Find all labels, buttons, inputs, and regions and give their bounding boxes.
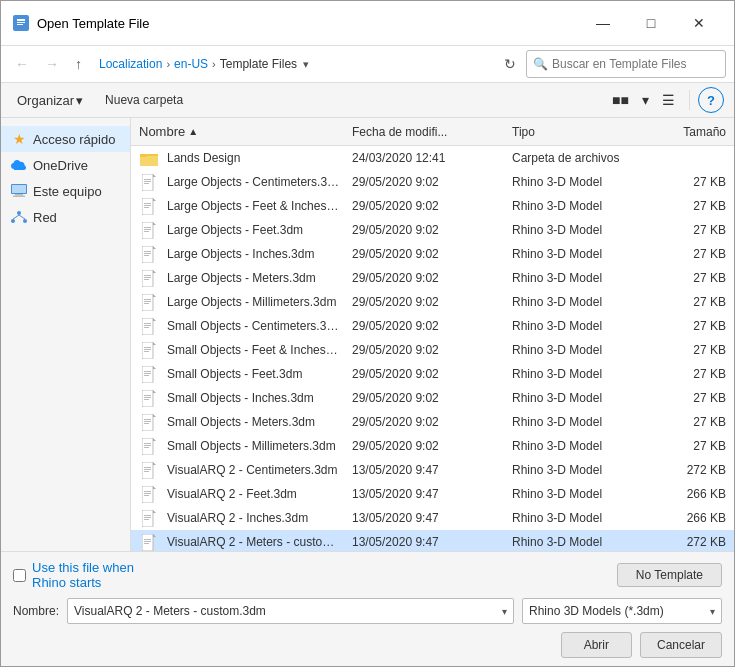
navigation-toolbar: ← → ↑ Localization › en-US › Template Fi… — [1, 46, 734, 83]
file-name: Large Objects - Feet & Inches.3dm — [163, 197, 344, 215]
view-details-button[interactable]: ☰ — [656, 89, 681, 111]
help-button[interactable]: ? — [698, 87, 724, 113]
file-type: Rhino 3-D Model — [504, 389, 654, 407]
file-icon — [139, 484, 159, 504]
svg-rect-7 — [13, 196, 25, 198]
file-name: Small Objects - Meters.3dm — [163, 413, 344, 431]
svg-rect-56 — [144, 399, 149, 400]
file-date: 29/05/2020 9:02 — [344, 173, 504, 191]
filetype-select[interactable]: Rhino 3D Models (*.3dm) ▾ — [522, 598, 722, 624]
organizar-button[interactable]: Organizar ▾ — [11, 90, 89, 111]
use-file-checkbox[interactable] — [13, 569, 26, 582]
network-icon — [11, 209, 27, 225]
search-box: 🔍 — [526, 50, 726, 78]
svg-rect-5 — [12, 185, 26, 193]
refresh-button[interactable]: ↻ — [498, 52, 522, 76]
breadcrumb-sep-1: › — [166, 58, 170, 70]
svg-rect-34 — [144, 275, 151, 276]
nombre-input[interactable]: VisualARQ 2 - Meters - custom.3dm ▾ — [67, 598, 514, 624]
cancelar-button[interactable]: Cancelar — [640, 632, 722, 658]
table-row[interactable]: VisualARQ 2 - Centimeters.3dm13/05/2020 … — [131, 458, 734, 482]
breadcrumb-en-us[interactable]: en-US — [174, 57, 208, 71]
breadcrumb-template-files[interactable]: Template Files — [220, 57, 297, 71]
column-name-header[interactable]: Nombre ▲ — [131, 122, 344, 141]
table-row[interactable]: Small Objects - Inches.3dm29/05/2020 9:0… — [131, 386, 734, 410]
breadcrumb[interactable]: Localization › en-US › Template Files ▾ — [92, 50, 494, 78]
table-row[interactable]: Large Objects - Meters.3dm29/05/2020 9:0… — [131, 266, 734, 290]
svg-rect-52 — [144, 375, 149, 376]
svg-point-9 — [11, 219, 15, 223]
file-date: 13/05/2020 9:47 — [344, 461, 504, 479]
nombre-dropdown-icon: ▾ — [502, 606, 507, 617]
abrir-button[interactable]: Abrir — [561, 632, 632, 658]
sidebar-item-onedrive[interactable]: OneDrive — [1, 152, 130, 178]
svg-rect-28 — [144, 231, 149, 232]
breadcrumb-localization[interactable]: Localization — [99, 57, 162, 71]
file-type: Rhino 3-D Model — [504, 509, 654, 527]
use-file-label-line1: Use this file when — [32, 560, 134, 575]
nueva-carpeta-button[interactable]: Nueva carpeta — [97, 90, 191, 110]
filetype-value: Rhino 3D Models (*.3dm) — [529, 604, 664, 618]
column-size-header[interactable]: Tamaño — [654, 123, 734, 141]
svg-rect-40 — [144, 303, 149, 304]
file-icon — [139, 508, 159, 528]
table-row[interactable]: Large Objects - Millimeters.3dm29/05/202… — [131, 290, 734, 314]
table-row[interactable]: Small Objects - Feet.3dm29/05/2020 9:02R… — [131, 362, 734, 386]
view-dropdown-button[interactable]: ▾ — [636, 89, 655, 111]
table-row[interactable]: Large Objects - Feet & Inches.3dm29/05/2… — [131, 194, 734, 218]
organizar-arrow-icon: ▾ — [76, 93, 83, 108]
view-grid-button[interactable]: ■■ — [606, 89, 635, 111]
star-icon: ★ — [11, 131, 27, 147]
table-row[interactable]: Small Objects - Meters.3dm29/05/2020 9:0… — [131, 410, 734, 434]
table-row[interactable]: VisualARQ 2 - Feet.3dm13/05/2020 9:47Rhi… — [131, 482, 734, 506]
back-button[interactable]: ← — [9, 52, 35, 76]
table-row[interactable]: Small Objects - Centimeters.3dm29/05/202… — [131, 314, 734, 338]
svg-rect-20 — [144, 183, 149, 184]
close-button[interactable]: ✕ — [676, 9, 722, 37]
svg-rect-61 — [142, 438, 153, 455]
table-row[interactable]: Small Objects - Millimeters.3dm29/05/202… — [131, 434, 734, 458]
svg-rect-26 — [144, 227, 151, 228]
forward-button[interactable]: → — [39, 52, 65, 76]
table-row[interactable]: VisualARQ 2 - Meters - custom.3dm13/05/2… — [131, 530, 734, 551]
table-row[interactable]: VisualARQ 2 - Inches.3dm13/05/2020 9:47R… — [131, 506, 734, 530]
svg-point-8 — [17, 211, 21, 215]
bottom-row1: Use this file when Rhino starts No Templ… — [13, 560, 722, 590]
table-row[interactable]: Large Objects - Inches.3dm29/05/2020 9:0… — [131, 242, 734, 266]
breadcrumb-dropdown-icon[interactable]: ▾ — [303, 58, 309, 71]
maximize-button[interactable]: □ — [628, 9, 674, 37]
file-name: VisualARQ 2 - Inches.3dm — [163, 509, 344, 527]
file-size: 27 KB — [654, 437, 734, 455]
sidebar-item-red[interactable]: Red — [1, 204, 130, 230]
file-type: Rhino 3-D Model — [504, 173, 654, 191]
no-template-button[interactable]: No Template — [617, 563, 722, 587]
svg-rect-30 — [144, 251, 151, 252]
up-button[interactable]: ↑ — [69, 52, 88, 76]
search-input[interactable] — [552, 57, 719, 71]
window-title: Open Template File — [37, 16, 150, 31]
sidebar-item-este-equipo[interactable]: Este equipo — [1, 178, 130, 204]
column-date-header[interactable]: Fecha de modifi... — [344, 123, 504, 141]
svg-rect-62 — [144, 443, 151, 444]
table-row[interactable]: Small Objects - Feet & Inches.3dm29/05/2… — [131, 338, 734, 362]
svg-rect-18 — [144, 179, 151, 180]
sidebar-onedrive-label: OneDrive — [33, 158, 88, 173]
table-row[interactable]: Large Objects - Centimeters.3dm29/05/202… — [131, 170, 734, 194]
file-date: 29/05/2020 9:02 — [344, 341, 504, 359]
table-row[interactable]: Lands Design24/03/2020 12:41Carpeta de a… — [131, 146, 734, 170]
svg-rect-33 — [142, 270, 153, 287]
svg-rect-46 — [144, 347, 151, 348]
svg-rect-50 — [144, 371, 151, 372]
sidebar-item-acceso-rapido[interactable]: ★ Acceso rápido — [1, 126, 130, 152]
minimize-button[interactable]: — — [580, 9, 626, 37]
file-list: Nombre ▲ Fecha de modifi... Tipo Tamaño … — [131, 118, 734, 551]
svg-rect-35 — [144, 277, 151, 278]
table-row[interactable]: Large Objects - Feet.3dm29/05/2020 9:02R… — [131, 218, 734, 242]
column-type-header[interactable]: Tipo — [504, 123, 654, 141]
file-name: VisualARQ 2 - Centimeters.3dm — [163, 461, 344, 479]
svg-rect-77 — [142, 534, 153, 551]
bottom-bar: Use this file when Rhino starts No Templ… — [1, 551, 734, 666]
file-date: 24/03/2020 12:41 — [344, 149, 504, 167]
svg-rect-37 — [142, 294, 153, 311]
svg-rect-45 — [142, 342, 153, 359]
